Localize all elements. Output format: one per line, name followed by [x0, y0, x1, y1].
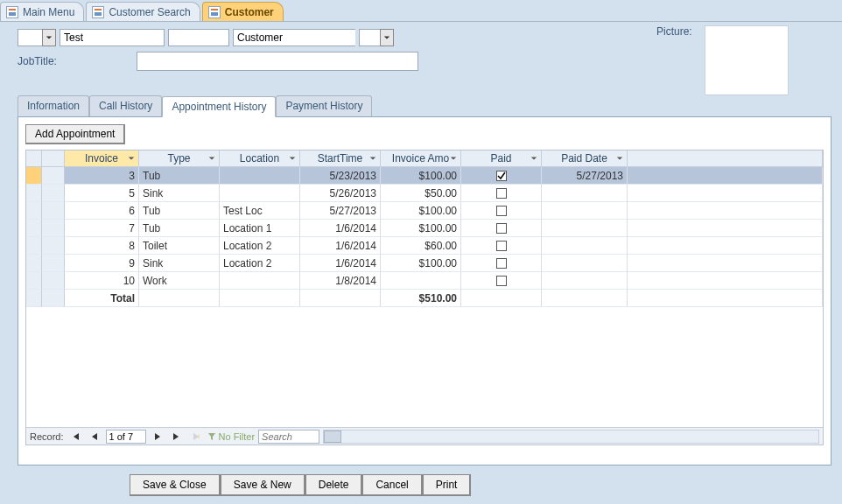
table-row[interactable]: 5Sink5/26/2013$50.00 — [26, 185, 823, 202]
row-header[interactable] — [26, 220, 42, 237]
chevron-down-icon[interactable] — [380, 29, 394, 46]
row-header[interactable] — [26, 167, 42, 185]
cell-amount[interactable]: $100.00 — [381, 167, 461, 185]
cell-invoice[interactable]: 10 — [65, 272, 139, 290]
tab-call-history[interactable]: Call History — [89, 95, 162, 116]
table-row[interactable]: 9SinkLocation 21/6/2014$100.00 — [26, 255, 823, 272]
chevron-down-icon[interactable] — [207, 154, 216, 163]
col-header-invoice[interactable]: Invoice — [65, 150, 139, 167]
scrollbar-thumb[interactable] — [324, 430, 341, 443]
suffix-combo[interactable] — [359, 29, 394, 46]
cell-paid-date[interactable] — [542, 220, 628, 237]
row-selector[interactable] — [42, 237, 65, 255]
row-header[interactable] — [26, 237, 42, 255]
nav-new-button[interactable] — [188, 430, 204, 444]
cell-location[interactable] — [220, 185, 300, 202]
print-button[interactable]: Print — [423, 474, 472, 496]
delete-button[interactable]: Delete — [305, 474, 363, 496]
cancel-button[interactable]: Cancel — [362, 474, 422, 496]
cell-paid-date[interactable]: 5/27/2013 — [542, 167, 628, 185]
row-header[interactable] — [26, 272, 42, 290]
picture-placeholder[interactable] — [705, 25, 789, 95]
cell-invoice[interactable]: 6 — [65, 202, 139, 220]
nav-first-button[interactable] — [67, 430, 83, 444]
cell-invoice[interactable]: 3 — [65, 167, 139, 185]
cell-starttime[interactable]: 1/6/2014 — [300, 255, 381, 272]
cell-amount[interactable]: $100.00 — [381, 202, 461, 220]
tab-information[interactable]: Information — [18, 95, 89, 116]
nav-prev-button[interactable] — [87, 430, 102, 444]
cell-starttime[interactable]: 1/6/2014 — [300, 220, 381, 237]
cell-location[interactable]: Test Loc — [220, 202, 300, 220]
filter-indicator[interactable]: No Filter — [207, 431, 256, 442]
cell-invoice[interactable]: 9 — [65, 255, 139, 272]
chevron-down-icon[interactable] — [530, 154, 538, 163]
cell-starttime[interactable]: 1/6/2014 — [300, 237, 381, 255]
cell-paid-date[interactable] — [542, 255, 628, 272]
col-header-location[interactable]: Location — [220, 150, 300, 167]
doc-tab-customer[interactable]: Customer — [202, 2, 284, 21]
table-row[interactable]: 6TubTest Loc5/27/2013$100.00 — [26, 202, 823, 220]
row-selector[interactable] — [42, 167, 65, 185]
cell-location[interactable]: Location 2 — [220, 237, 300, 255]
cell-starttime[interactable]: 5/27/2013 — [300, 202, 381, 220]
cell-paid[interactable] — [461, 220, 542, 237]
cell-location[interactable] — [220, 167, 300, 185]
middle-name-input[interactable] — [168, 29, 229, 46]
cell-type[interactable]: Tub — [139, 167, 220, 185]
cell-location[interactable] — [220, 272, 300, 290]
jobtitle-input[interactable] — [137, 52, 418, 71]
last-name-combo[interactable] — [233, 29, 355, 46]
table-row[interactable]: 10Work1/8/2014 — [26, 272, 823, 290]
paid-checkbox[interactable] — [496, 276, 507, 286]
doc-tab-customer-search[interactable]: Customer Search — [86, 2, 200, 21]
chevron-down-icon[interactable] — [449, 154, 458, 163]
last-name-input[interactable] — [233, 29, 355, 46]
nav-last-button[interactable] — [169, 430, 185, 444]
chevron-down-icon[interactable] — [288, 154, 297, 163]
cell-amount[interactable]: $60.00 — [381, 237, 461, 255]
cell-paid[interactable] — [461, 185, 542, 202]
suffix-input[interactable] — [359, 29, 380, 46]
add-appointment-button[interactable]: Add Appointment — [25, 124, 125, 144]
cell-location[interactable]: Location 2 — [220, 255, 300, 272]
row-header[interactable] — [26, 185, 42, 202]
row-selector[interactable] — [42, 220, 65, 237]
row-selector[interactable] — [42, 272, 65, 290]
record-position-input[interactable] — [106, 430, 146, 444]
cell-paid[interactable] — [461, 202, 542, 220]
first-name-input[interactable] — [60, 29, 165, 46]
row-selector[interactable] — [42, 255, 65, 272]
table-row[interactable]: 7TubLocation 11/6/2014$100.00 — [26, 220, 823, 237]
cell-paid-date[interactable] — [542, 185, 628, 202]
paid-checkbox[interactable] — [496, 171, 507, 181]
col-header-starttime[interactable]: StartTime — [300, 150, 381, 167]
paid-checkbox[interactable] — [496, 206, 507, 216]
cell-amount[interactable] — [381, 272, 461, 290]
row-selector[interactable] — [42, 185, 65, 202]
paid-checkbox[interactable] — [496, 188, 507, 199]
cell-paid[interactable] — [461, 272, 542, 290]
paid-checkbox[interactable] — [496, 258, 507, 269]
cell-type[interactable]: Work — [139, 272, 220, 290]
cell-type[interactable]: Sink — [139, 185, 220, 202]
table-row[interactable]: 8ToiletLocation 21/6/2014$60.00 — [26, 237, 823, 255]
cell-amount[interactable]: $50.00 — [381, 185, 461, 202]
cell-paid[interactable] — [461, 255, 542, 272]
save-new-button[interactable]: Save & New — [221, 474, 305, 496]
chevron-down-icon[interactable] — [615, 154, 624, 163]
row-header[interactable] — [26, 255, 42, 272]
nav-next-button[interactable] — [150, 430, 165, 444]
chevron-down-icon[interactable] — [127, 154, 136, 163]
select-all-corner[interactable] — [26, 150, 42, 167]
cell-paid-date[interactable] — [542, 237, 628, 255]
cell-amount[interactable]: $100.00 — [381, 255, 461, 272]
cell-paid[interactable] — [461, 237, 542, 255]
col-header-paid[interactable]: Paid — [461, 150, 542, 167]
cell-invoice[interactable]: 5 — [65, 185, 139, 202]
cell-type[interactable]: Toilet — [139, 237, 220, 255]
col-header-paid-date[interactable]: Paid Date — [542, 150, 628, 167]
cell-starttime[interactable]: 5/26/2013 — [300, 185, 381, 202]
cell-paid-date[interactable] — [542, 272, 628, 290]
tab-payment-history[interactable]: Payment History — [276, 95, 372, 116]
